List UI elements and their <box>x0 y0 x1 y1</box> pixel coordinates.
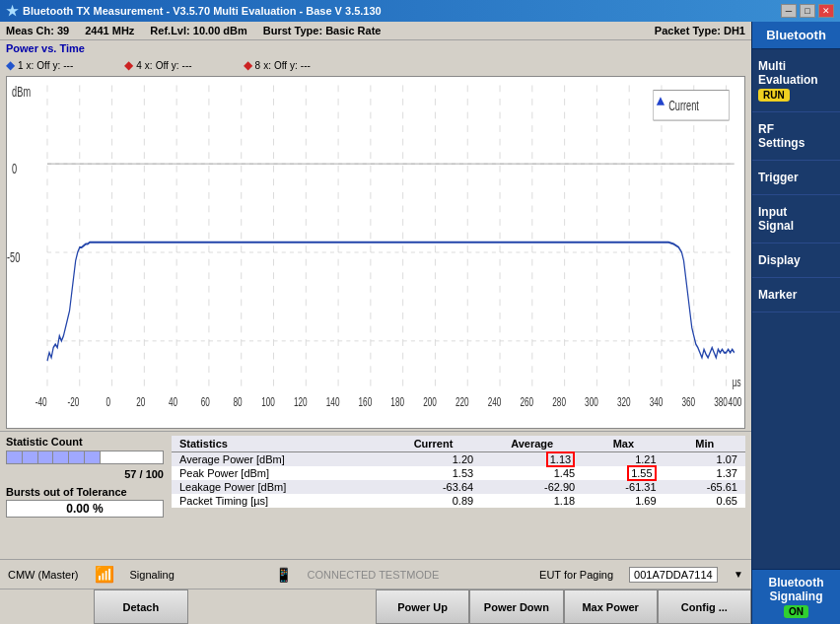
sidebar-item-marker[interactable]: Marker <box>752 278 840 312</box>
progress-seg3 <box>38 451 54 463</box>
svg-text:µs: µs <box>733 375 741 389</box>
svg-text:360: 360 <box>681 394 695 409</box>
svg-text:260: 260 <box>521 394 534 409</box>
table-row: Leakage Power [dBm]-63.64-62.90-61.31-65… <box>172 480 745 494</box>
progress-seg1 <box>7 451 23 463</box>
power-up-button[interactable]: Power Up <box>376 589 469 624</box>
burst-value: 0.00 % <box>6 500 164 518</box>
signal-icon: 📶 <box>95 565 114 584</box>
sidebar-item-multi-evaluation[interactable]: MultiEvaluation RUN <box>752 49 840 112</box>
marker1-diamond: ◆ <box>6 58 15 72</box>
progress-seg6 <box>85 451 101 463</box>
phone-icon: 📱 <box>275 567 292 583</box>
sidebar-item-input-signal[interactable]: InputSignal <box>752 195 840 243</box>
empty-btn-2 <box>188 589 282 624</box>
progress-seg4 <box>53 451 69 463</box>
packet-type: Packet Type: DH1 <box>655 25 745 36</box>
stat-current: 1.53 <box>385 466 481 480</box>
close-button[interactable]: ✕ <box>818 4 834 18</box>
stats-table-area: Statistics Current Average Max Min Avera… <box>172 436 745 555</box>
connected-label: CONNECTED TESTMODE <box>308 569 440 581</box>
stat-average: 1.13 <box>481 452 583 467</box>
stat-min: 0.65 <box>665 494 745 508</box>
marker4-y: --- <box>182 60 192 71</box>
burst-label: Bursts out of Tolerance <box>6 486 164 498</box>
app-title: Bluetooth TX Measurement - V3.5.70 Multi… <box>23 5 382 17</box>
svg-text:120: 120 <box>294 394 308 409</box>
stat-count-value: 57 / 100 <box>6 468 164 480</box>
progress-seg5 <box>69 451 85 463</box>
marker-bar: ◆ 1 x: Off y: --- ◆ 4 x: Off y: --- ◆ 8 … <box>0 56 751 74</box>
sidebar-bottom-signaling[interactable]: BluetoothSignaling ON <box>752 569 840 624</box>
svg-text:100: 100 <box>261 394 275 409</box>
power-down-button[interactable]: Power Down <box>469 589 563 624</box>
cmw-label: CMW (Master) <box>8 569 79 581</box>
meas-ch: Meas Ch: 39 <box>6 25 69 36</box>
svg-text:0: 0 <box>12 161 17 177</box>
stat-min: 1.07 <box>665 452 745 467</box>
svg-text:Current: Current <box>668 98 699 114</box>
stat-average: -62.90 <box>481 480 583 494</box>
svg-text:160: 160 <box>359 394 373 409</box>
ref-lvl: Ref.Lvl: 10.00 dBm <box>150 25 246 36</box>
stat-average: 1.18 <box>481 494 583 508</box>
stat-current: -63.64 <box>385 480 481 494</box>
pvt-label: Power vs. Time <box>0 40 751 56</box>
marker4-diamond: ◆ <box>124 58 133 72</box>
stat-label: Average Power [dBm] <box>172 452 385 467</box>
col-header-stats: Statistics <box>172 436 385 452</box>
marker1-y: --- <box>63 60 73 71</box>
max-power-button[interactable]: Max Power <box>564 589 658 624</box>
stat-max: 1.55 <box>583 466 664 480</box>
marker8-y: --- <box>301 60 311 71</box>
sidebar-item-display[interactable]: Display <box>752 243 840 278</box>
svg-text:240: 240 <box>488 394 502 409</box>
eut-input[interactable] <box>629 567 718 583</box>
svg-text:-50: -50 <box>7 249 20 266</box>
config-button[interactable]: Config ... <box>658 589 751 624</box>
svg-text:180: 180 <box>390 394 404 409</box>
col-header-max: Max <box>583 436 664 452</box>
bluetooth-icon: ★ <box>6 3 19 19</box>
col-header-current: Current <box>385 436 481 452</box>
stat-max: 1.69 <box>583 494 664 508</box>
marker1-x: Off <box>36 60 49 71</box>
stat-label: Leakage Power [dBm] <box>172 480 385 494</box>
stat-min: -65.61 <box>665 480 745 494</box>
svg-text:340: 340 <box>650 394 664 409</box>
svg-text:40: 40 <box>169 394 177 409</box>
stat-current: 0.89 <box>385 494 481 508</box>
svg-text:400: 400 <box>729 394 742 409</box>
sidebar-header: Bluetooth <box>752 22 840 49</box>
stat-label: Peak Power [dBm] <box>172 466 385 480</box>
table-row: Average Power [dBm]1.201.131.211.07 <box>172 452 745 467</box>
stat-count-area: Statistic Count 57 / 100 Bursts out of T… <box>6 436 164 555</box>
stat-count-label: Statistic Count <box>6 436 164 448</box>
maximize-button[interactable]: □ <box>800 4 815 18</box>
sidebar-item-trigger[interactable]: Trigger <box>752 161 840 195</box>
svg-text:0: 0 <box>105 394 110 409</box>
marker8-diamond: ◆ <box>244 58 252 72</box>
detach-button[interactable]: Detach <box>94 589 187 624</box>
sidebar-item-rf-settings[interactable]: RFSettings <box>752 112 840 161</box>
marker4-num: 4 <box>136 60 142 71</box>
eut-dropdown-arrow[interactable]: ▼ <box>734 569 743 580</box>
bottom-area: Statistic Count 57 / 100 Bursts out of T… <box>0 431 751 559</box>
marker1-num: 1 <box>18 60 24 71</box>
marker8-x: Off <box>274 60 287 71</box>
marker4-x: Off <box>156 60 169 71</box>
stat-min: 1.37 <box>665 466 745 480</box>
stat-label: Packet Timing [µs] <box>172 494 385 508</box>
statistics-table: Statistics Current Average Max Min Avera… <box>172 436 745 508</box>
svg-text:320: 320 <box>617 394 631 409</box>
minimize-button[interactable]: ─ <box>781 4 797 18</box>
progress-bar <box>6 451 164 464</box>
run-badge: RUN <box>758 89 790 102</box>
eut-label: EUT for Paging <box>539 569 613 581</box>
svg-text:-20: -20 <box>67 394 79 409</box>
svg-text:dBm: dBm <box>12 84 31 101</box>
svg-text:200: 200 <box>423 394 437 409</box>
signaling-label: Signaling <box>130 569 175 581</box>
right-sidebar: Bluetooth MultiEvaluation RUN RFSettings… <box>751 22 840 624</box>
svg-text:220: 220 <box>455 394 469 409</box>
